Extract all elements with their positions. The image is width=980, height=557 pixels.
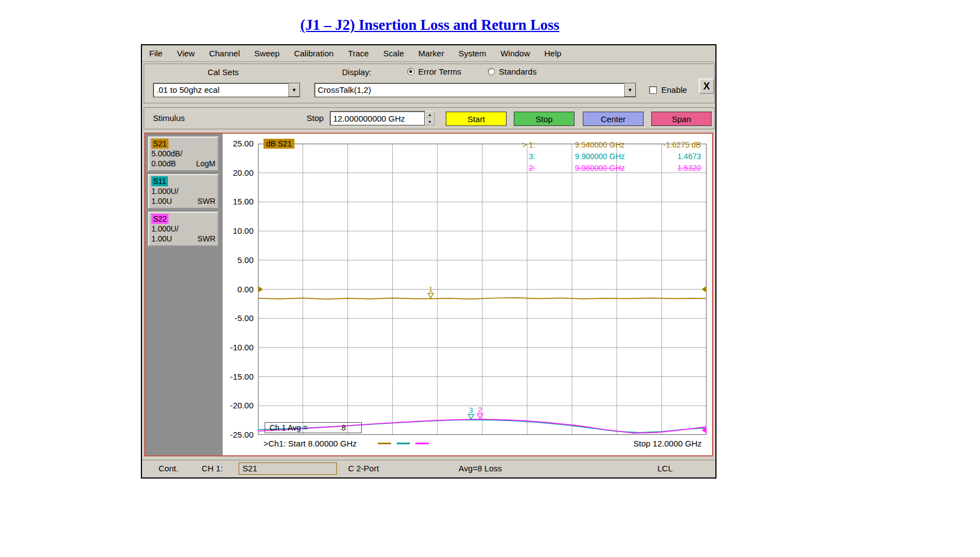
stop-button[interactable]: Stop [514,112,575,126]
y-axis-tick-label: 0.00 [225,285,254,294]
standards-radio-label: Standards [499,67,536,76]
menu-item-system[interactable]: System [451,49,493,58]
center-button[interactable]: Center [583,112,644,126]
display-dropdown-button[interactable]: ▼ [624,83,635,97]
menu-item-calibration[interactable]: Calibration [287,49,341,58]
status-channel-label: CH 1: [202,464,223,473]
marker-readout: > 1: 9.540000 GHz -1.6275 dB 3: 9.900000… [510,139,701,174]
y-axis-tick-label: -10.00 [225,343,254,352]
trace-button-s22[interactable]: S22 1.000U/ 1.00U SWR [148,212,219,246]
sweep-start-annotation: >Ch1: Start 8.00000 GHz [264,439,429,448]
menu-item-scale[interactable]: Scale [376,49,412,58]
channel-window: S21 5.000dB/ 0.00dB LogM S11 1.000U/ 1.0… [144,133,713,456]
cal-set-value[interactable]: .01 to 50ghz ecal [154,83,288,97]
chevron-down-icon: ▼ [628,88,633,93]
marker-frequency: 9.540000 GHz [542,139,625,151]
up-arrow-icon: ▲ [428,113,432,117]
trace-button-s11[interactable]: S11 1.000U/ 1.00U SWR [148,174,219,209]
stop-frequency-input[interactable] [330,111,425,125]
trace-scale: 1.000U/ [151,186,215,196]
error-terms-radio[interactable]: Error Terms [407,67,461,76]
status-cal-status: C 2-Port [348,464,379,473]
close-button[interactable]: X [699,78,714,94]
s22-trace-swatch [415,443,429,444]
sweep-stop-annotation: Stop 12.0000 GHz [634,439,702,448]
menu-item-file[interactable]: File [142,49,170,58]
status-averaging: Avg=8 Loss [459,464,502,473]
average-value: 8 [341,423,346,432]
y-axis-tick-label: -5.00 [225,313,254,323]
trace-name-chip: S22 [151,214,168,224]
trace-format: LogM [196,159,215,169]
menu-item-help[interactable]: Help [537,49,568,58]
marker-value: -1.6275 dB [631,139,701,151]
marker-prefix: 3: [510,151,535,162]
menu-item-trace[interactable]: Trace [341,49,376,58]
trace-name-chip: S11 [151,176,168,186]
display-value[interactable]: CrossTalk(1,2) [315,83,624,97]
marker-readout-row-1: > 1: 9.540000 GHz -1.6275 dB [510,139,701,151]
plot-canvas: 132 [258,144,707,435]
start-button[interactable]: Start [446,112,507,126]
status-local-mode: LCL [657,464,673,473]
cal-set-dropdown-button[interactable]: ▼ [288,83,299,97]
trace-format: SWR [197,196,215,206]
marker-frequency: 9.900000 GHz [542,151,625,162]
status-bar: Cont. CH 1: S21 C 2-Port Avg=8 Loss LCL [142,460,715,477]
spinner-up-button[interactable]: ▲ [425,111,435,118]
plot-region: 25.0020.0015.0010.005.000.00-5.00-10.00-… [223,134,712,455]
menu-item-marker[interactable]: Marker [411,49,451,58]
display-combobox[interactable]: CrossTalk(1,2) ▼ [314,83,636,97]
trace-name-chip: S21 [151,139,168,149]
channel-average-box: Ch 1 Avg = 8 [265,422,362,433]
stop-field-label: Stop [307,113,324,123]
marker-prefix: > 1: [510,139,535,151]
y-axis-tick-label: 25.00 [225,139,254,148]
down-arrow-icon: ▼ [428,120,432,124]
page-title[interactable]: (J1 – J2) Insertion Loss and Return Loss [143,17,717,34]
enable-checkbox[interactable] [649,86,657,94]
y-axis-tick-label: -20.00 [225,401,254,410]
marker-frequency: 9.980000 GHz [542,162,625,174]
trace-scale: 5.000dB/ [151,149,215,159]
y-axis-tick-label: 5.00 [225,255,254,265]
menu-item-sweep[interactable]: Sweep [247,49,287,58]
chevron-down-icon: ▼ [292,88,297,93]
app-window: File View Channel Sweep Calibration Trac… [141,44,716,479]
marker-readout-row-3: 3: 9.900000 GHz 1.4673 [510,151,701,162]
stop-frequency-spinner[interactable]: ▲ ▼ [425,111,435,125]
cal-toolbar: Cal Sets Display: Error Terms Standards … [144,64,715,103]
trace-format: SWR [197,234,215,244]
y-axis-tick-label: 15.00 [225,197,254,206]
menu-item-channel[interactable]: Channel [202,49,247,58]
marker-value: 1.5320 [631,162,701,174]
display-label: Display: [342,67,371,77]
menu-item-window[interactable]: Window [493,49,537,58]
average-label: Ch 1 Avg = [270,423,308,432]
trace-ref: 1.00U [151,234,172,244]
trace-ref: 0.00dB [151,159,176,169]
spinner-down-button[interactable]: ▼ [425,118,435,125]
enable-checkbox-group[interactable]: Enable [649,85,687,94]
marker-value: 1.4673 [631,151,701,162]
close-icon: X [703,81,710,92]
span-button[interactable]: Span [651,112,712,126]
trace-scale: 1.000U/ [151,224,215,234]
svg-text:3: 3 [469,406,473,414]
status-active-trace: S21 [239,463,337,475]
trace-button-s21[interactable]: S21 5.000dB/ 0.00dB LogM [148,136,219,171]
standards-radio[interactable]: Standards [488,67,536,76]
enable-label: Enable [661,85,687,94]
active-trace-chip: dB S21 [264,139,294,149]
s11-trace-swatch [397,443,410,444]
start-frequency-label: >Ch1: Start 8.00000 GHz [264,439,357,448]
cal-set-combobox[interactable]: .01 to 50ghz ecal ▼ [153,83,300,97]
marker-readout-row-2: 2: 9.980000 GHz 1.5320 [510,162,701,174]
radio-unselected-icon[interactable] [488,68,495,75]
y-axis-tick-label: 10.00 [225,226,254,235]
radio-selected-icon[interactable] [407,68,414,75]
menu-item-view[interactable]: View [170,49,202,58]
y-axis-tick-label: -25.00 [225,430,254,439]
marker-prefix: 2: [510,162,535,174]
svg-text:1: 1 [429,285,433,293]
